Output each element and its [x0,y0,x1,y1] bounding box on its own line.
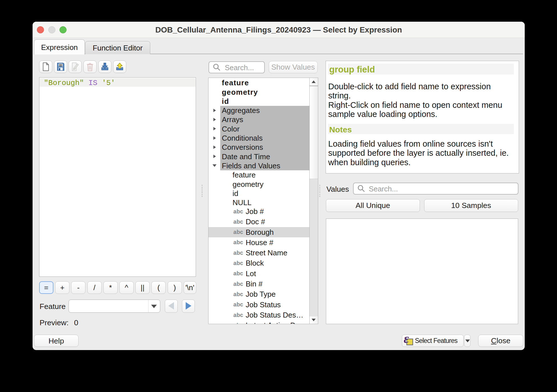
svg-text:ε: ε [404,336,409,346]
